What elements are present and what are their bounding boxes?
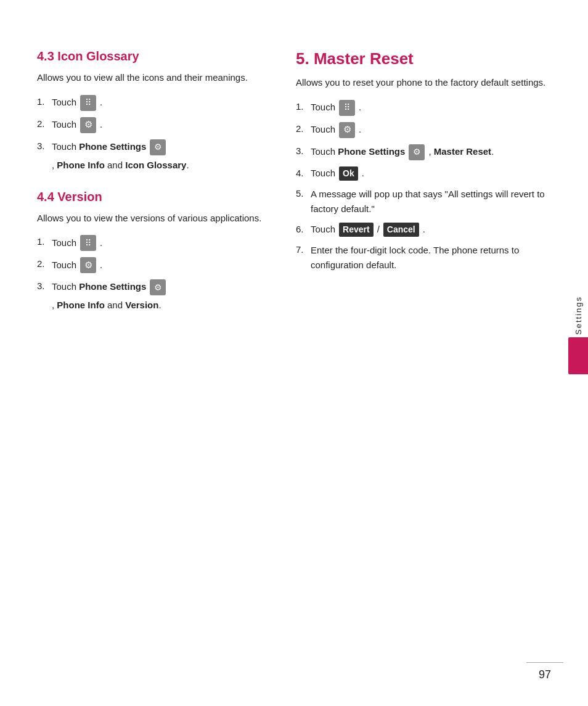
section-heading-version: 4.4 Version <box>37 190 271 204</box>
step-content-mr-4: Touch Ok . <box>311 166 364 181</box>
step-v-3: 3. Touch Phone Settings , Phone Info and… <box>37 279 271 313</box>
step-num-mr-6: 6. <box>296 223 311 237</box>
step-num-v-2: 2. <box>37 257 52 271</box>
page: 4.3 Icon Glossary Allows you to view all… <box>0 0 588 367</box>
step-content-mr-3: Touch Phone Settings , Master Reset. <box>311 144 494 160</box>
gear-icon-v-2 <box>80 257 96 273</box>
step-content-mr-6: Touch Revert / Cancel . <box>311 223 425 237</box>
step-mr-3: 3. Touch Phone Settings , Master Reset. <box>296 144 551 160</box>
step-num-v-1: 1. <box>37 235 52 249</box>
phone-settings-icon-ig-3 <box>150 139 166 155</box>
steps-version: 1. Touch . 2. Touch . 3. <box>37 235 271 313</box>
step-content-v-3: Touch Phone Settings , Phone Info and Ve… <box>52 279 271 313</box>
grid-icon-v-1 <box>80 235 96 251</box>
step-num-mr-7: 7. <box>296 243 311 257</box>
section-version: 4.4 Version Allows you to view the versi… <box>37 190 271 313</box>
section-heading-icon-glossary: 4.3 Icon Glossary <box>37 49 271 64</box>
step-content-mr-5: A message will pop up that says "All set… <box>311 187 551 216</box>
step-v-2: 2. Touch . <box>37 257 271 273</box>
settings-sidebar-tab: Settings <box>568 296 588 374</box>
grid-icon-ig-1 <box>80 95 96 111</box>
page-number: 97 <box>539 668 551 681</box>
step-content-v-1: Touch . <box>52 235 102 251</box>
step-num-mr-3: 3. <box>296 144 311 158</box>
page-divider <box>526 662 563 663</box>
step-mr-6: 6. Touch Revert / Cancel . <box>296 223 551 237</box>
steps-master-reset: 1. Touch . 2. Touch . 3. <box>296 100 551 273</box>
step-ig-3: 3. Touch Phone Settings , Phone Info and… <box>37 139 271 173</box>
step-num-mr-1: 1. <box>296 100 311 114</box>
left-column: 4.3 Icon Glossary Allows you to view all… <box>37 49 271 330</box>
step-content-v-2: Touch . <box>52 257 102 273</box>
grid-icon-mr-1 <box>339 100 355 116</box>
section-desc-icon-glossary: Allows you to view all the icons and the… <box>37 71 271 85</box>
settings-tab-bar <box>568 337 588 374</box>
cancel-button-icon: Cancel <box>383 223 419 237</box>
step-mr-7: 7. Enter the four-digit lock code. The p… <box>296 243 551 273</box>
gear-icon-mr-2 <box>339 122 355 138</box>
step-content-ig-1: Touch . <box>52 95 102 111</box>
step-v-1: 1. Touch . <box>37 235 271 251</box>
step-mr-1: 1. Touch . <box>296 100 551 116</box>
phone-settings-icon-v-3 <box>150 279 166 295</box>
step-mr-2: 2. Touch . <box>296 122 551 138</box>
step-mr-5: 5. A message will pop up that says "All … <box>296 187 551 216</box>
section-master-reset: 5. Master Reset Allows you to reset your… <box>296 49 551 273</box>
right-column: 5. Master Reset Allows you to reset your… <box>296 49 551 330</box>
ok-button-icon: Ok <box>339 166 358 181</box>
section-icon-glossary: 4.3 Icon Glossary Allows you to view all… <box>37 49 271 173</box>
phone-settings-icon-mr-3 <box>409 144 425 160</box>
step-num-v-3: 3. <box>37 279 52 293</box>
step-ig-2: 2. Touch . <box>37 117 271 133</box>
step-content-ig-2: Touch . <box>52 117 102 133</box>
step-ig-1: 1. Touch . <box>37 95 271 111</box>
step-content-mr-7: Enter the four-digit lock code. The phon… <box>311 243 551 273</box>
section-heading-master-reset: 5. Master Reset <box>296 49 551 68</box>
step-num-mr-2: 2. <box>296 122 311 136</box>
step-mr-4: 4. Touch Ok . <box>296 166 551 181</box>
gear-icon-ig-2 <box>80 117 96 133</box>
section-desc-master-reset: Allows you to reset your phone to the fa… <box>296 76 551 90</box>
section-desc-version: Allows you to view the versions of vario… <box>37 211 271 226</box>
step-num-ig-1: 1. <box>37 95 52 109</box>
step-num-ig-3: 3. <box>37 139 52 154</box>
steps-icon-glossary: 1. Touch . 2. Touch . 3. <box>37 95 271 173</box>
step-content-mr-2: Touch . <box>311 122 361 138</box>
settings-tab-label: Settings <box>574 296 583 335</box>
step-num-mr-4: 4. <box>296 166 311 181</box>
step-num-ig-2: 2. <box>37 117 52 131</box>
step-content-ig-3: Touch Phone Settings , Phone Info and Ic… <box>52 139 271 173</box>
step-num-mr-5: 5. <box>296 187 311 201</box>
revert-button-icon: Revert <box>339 223 374 237</box>
step-content-mr-1: Touch . <box>311 100 361 116</box>
